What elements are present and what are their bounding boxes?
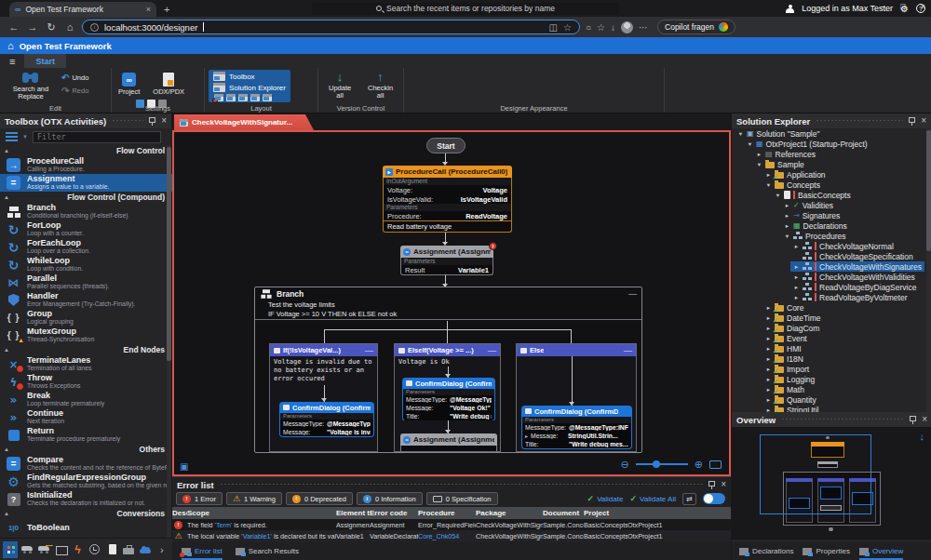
status-bar-icon[interactable] bbox=[104, 541, 119, 558]
toolbox-item[interactable]: ↻ WhileLoop Loop with condition. bbox=[0, 256, 172, 273]
pin-icon[interactable] bbox=[910, 416, 916, 424]
help-icon[interactable]: ? bbox=[916, 4, 925, 13]
project-button[interactable]: ∞Project bbox=[115, 70, 142, 97]
ribbon-tab-start[interactable]: Start bbox=[24, 54, 66, 68]
swap-columns-icon[interactable]: ⇄ bbox=[682, 493, 696, 505]
zoom-slider-knob[interactable] bbox=[653, 460, 660, 468]
procedurecall-block[interactable]: ▸ProcedureCall (ProcedureCall0) InOutArg… bbox=[383, 166, 512, 233]
view-mode-icon[interactable] bbox=[6, 132, 18, 141]
redo-button[interactable]: ↷Redo bbox=[61, 86, 88, 96]
address-bar[interactable]: i localhost:3000/designer ◫ ☆ bbox=[82, 20, 580, 34]
status-bar-icon[interactable]: › bbox=[155, 541, 169, 558]
tree-item[interactable]: ▸ Application bbox=[732, 169, 931, 180]
filter-chip[interactable]: 0 Specification bbox=[426, 492, 498, 505]
collapse-button[interactable]: — bbox=[488, 346, 496, 355]
ribbon-menu-icon[interactable]: ≡ bbox=[0, 56, 24, 67]
tree-item[interactable]: ▾ Procedures bbox=[732, 231, 931, 241]
tree-item[interactable]: CheckVoltageSpecification bbox=[732, 251, 931, 261]
status-bar-icon[interactable] bbox=[121, 541, 136, 558]
reload-icon[interactable]: ↻ bbox=[45, 21, 58, 33]
tree-item[interactable]: ▾ BasicConcepts bbox=[732, 190, 931, 200]
filter-chip[interactable]: ⚠ 1 Warning bbox=[226, 492, 282, 505]
tree-item[interactable]: ▸ I18N bbox=[732, 353, 931, 364]
split-screen-icon[interactable]: ◫ bbox=[549, 22, 558, 33]
toolbox-section-header[interactable]: ▲ Others bbox=[0, 444, 172, 455]
toolbox-item[interactable]: » Break Loop terminate prematurely bbox=[0, 391, 172, 408]
toolbox-section-header[interactable]: ▲ End Nodes bbox=[0, 344, 172, 355]
status-bar-icon[interactable] bbox=[53, 541, 68, 558]
toolbox-section-header[interactable]: ▲ Flow Control bbox=[0, 145, 172, 156]
start-node[interactable]: Start bbox=[426, 138, 466, 153]
tree-expander-icon[interactable]: ▸ bbox=[784, 222, 790, 230]
tab-search-results[interactable]: Search Results bbox=[236, 542, 299, 560]
assignment1-block[interactable]: =Assignment (Assignment1 Parameters Resu… bbox=[400, 246, 493, 275]
right-dock-tab[interactable]: Properties bbox=[803, 542, 849, 560]
toolbox-item[interactable]: Handler Error Management (Try-Catch-Fina… bbox=[0, 291, 172, 309]
toolbox-item[interactable]: = Assignment Assigns a value to a variab… bbox=[0, 174, 172, 192]
status-bar-icon[interactable] bbox=[87, 541, 101, 558]
tree-expander-icon[interactable]: ▸ bbox=[793, 243, 800, 250]
panel-icon[interactable] bbox=[238, 94, 248, 101]
panel-icon[interactable] bbox=[226, 94, 236, 101]
column-header[interactable]: Error code bbox=[370, 509, 418, 517]
close-icon[interactable]: × bbox=[721, 480, 726, 489]
column-header[interactable]: Package bbox=[476, 509, 543, 517]
site-info-icon[interactable]: i bbox=[90, 23, 99, 32]
toolbox-filter-input[interactable] bbox=[33, 131, 161, 143]
tree-item[interactable]: ▾ ▦ OtxProject1 (Startup-Project) bbox=[732, 139, 931, 149]
tree-expander-icon[interactable]: ▾ bbox=[737, 130, 744, 138]
tree-item[interactable]: ▸ CheckVoltageWithSignatures bbox=[732, 261, 931, 272]
collapse-button[interactable]: — bbox=[365, 346, 373, 355]
toolbox-item[interactable]: Branch Conditional branching (if-elseif-… bbox=[0, 203, 172, 220]
close-icon[interactable]: × bbox=[161, 116, 167, 126]
scroll-down-icon[interactable]: ↓ bbox=[920, 431, 925, 442]
column-header[interactable]: Document bbox=[543, 509, 584, 517]
filter-chip[interactable]: ! 0 Deprecated bbox=[286, 492, 353, 505]
confirmdialog-block[interactable]: ConfirmDialog (ConfirmD Parameters Messa… bbox=[521, 406, 632, 450]
back-icon[interactable]: ← bbox=[7, 21, 20, 33]
elseif-lane[interactable]: ElseIf(Voltage >= ...)— Voltage is Ok Co… bbox=[394, 343, 501, 452]
tree-expander-icon[interactable]: ▸ bbox=[793, 284, 800, 291]
tree-expander-icon[interactable]: ▾ bbox=[756, 161, 762, 168]
toolbox-item[interactable]: × TerminateLanes Termination of all lane… bbox=[0, 355, 172, 373]
column-header[interactable]: Scope bbox=[187, 509, 336, 517]
tree-item[interactable]: ▾ ▣ Solution "Sample" bbox=[732, 128, 931, 139]
branch-block[interactable]: Branch — Test the voltage limits IF Volt… bbox=[254, 287, 642, 453]
collapse-button[interactable]: — bbox=[628, 289, 637, 299]
tree-expander-icon[interactable]: ▸ bbox=[765, 345, 772, 353]
tree-expander-icon[interactable]: ▸ bbox=[765, 396, 772, 404]
validate-all-button[interactable]: ✓Validate All bbox=[629, 494, 676, 503]
toolbox-item[interactable]: ⋈ Parallel Parallel sequences (threads). bbox=[0, 273, 172, 291]
right-dock-tab[interactable]: Overview bbox=[859, 542, 903, 560]
toolbox-item[interactable]: » Continue Next iteration bbox=[0, 408, 172, 426]
zoom-in-icon[interactable]: ⊕ bbox=[695, 459, 703, 471]
app-settings-gear-icon[interactable]: ⚙ bbox=[900, 4, 909, 14]
tree-item[interactable]: ▸ CheckVoltageNormal bbox=[732, 241, 931, 251]
tree-item[interactable]: ▸ ✓ Validities bbox=[732, 200, 931, 210]
tree-expander-icon[interactable]: ▸ bbox=[793, 294, 800, 301]
column-header[interactable]: Procedure bbox=[418, 509, 476, 517]
toolbox-item[interactable]: ↻ ForEachLoop Loop over a collection. bbox=[0, 238, 172, 256]
update-all-button[interactable]: ↓Update all bbox=[322, 70, 358, 102]
toolbox-item[interactable]: Return Terminate procedure prematurely bbox=[0, 426, 172, 444]
more-menu-icon[interactable]: ⋯ bbox=[639, 22, 648, 33]
filter-chip[interactable]: ! 1 Error bbox=[176, 492, 223, 505]
collapse-button[interactable]: — bbox=[624, 346, 632, 355]
tree-expander-icon[interactable]: ▸ bbox=[765, 314, 772, 322]
toolbox-item[interactable]: ↻ ForLoop Loop with a counter. bbox=[0, 220, 172, 238]
if-lane[interactable]: If(!IsVoltageVal...)— Voltage is invalid… bbox=[269, 343, 378, 452]
toolbox-item[interactable]: ⚙ FindRegularExpressionGroup Gets the ma… bbox=[0, 473, 172, 490]
assignment0-block[interactable]: =Assignment (Assignment0 bbox=[400, 433, 497, 452]
pin-icon[interactable] bbox=[708, 481, 715, 489]
forward-icon[interactable]: → bbox=[26, 21, 39, 33]
confirmdialog-block[interactable]: ConfirmDialog (ConfirmD Parameters Messa… bbox=[402, 378, 495, 420]
tree-scrollbar[interactable] bbox=[926, 128, 931, 412]
pin-icon[interactable] bbox=[149, 117, 155, 126]
validate-button[interactable]: ✓Validate bbox=[587, 494, 624, 503]
tree-expander-icon[interactable]: ▸ bbox=[765, 366, 772, 373]
tree-expander-icon[interactable]: ▾ bbox=[775, 192, 781, 199]
profile-avatar[interactable] bbox=[621, 21, 633, 33]
tree-expander-icon[interactable]: ▾ bbox=[765, 181, 772, 189]
home-icon[interactable]: ⌂ bbox=[63, 21, 76, 33]
browser-tab[interactable]: ∞ Open Test Framework × bbox=[9, 2, 156, 17]
